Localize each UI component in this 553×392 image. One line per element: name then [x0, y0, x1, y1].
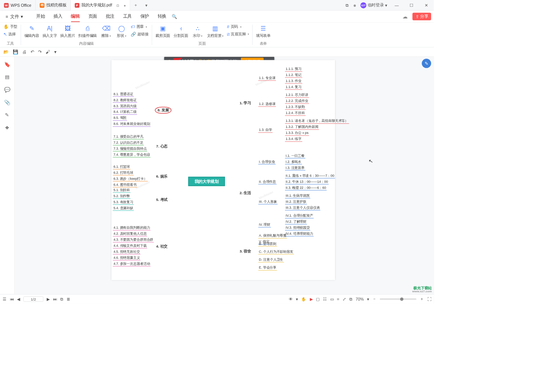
status-menu-icon[interactable]: ☰ [3, 296, 6, 301]
mindmap-node: IV.2. 了解理财 [285, 219, 307, 224]
next-page-button[interactable]: ▶ [47, 296, 50, 301]
fullscreen-icon[interactable]: ⛶ [427, 296, 431, 301]
insert-image-button[interactable]: 🖼插入图片 [59, 23, 76, 38]
mindmap-node: III. 个人形象 [258, 199, 277, 204]
ribbon-tab-protect[interactable]: 保护 [140, 11, 149, 22]
chevron-down-icon[interactable]: ▾ [367, 296, 369, 301]
view-fit-icon[interactable]: ⧉ [349, 296, 352, 301]
prev-page-button[interactable]: ◀ [17, 296, 20, 301]
hand-icon[interactable]: ✋ [301, 296, 306, 301]
zoom-slider[interactable] [380, 298, 417, 300]
ribbon-tab-convert[interactable]: 转换 [158, 11, 166, 22]
zoom-out-button[interactable]: － [372, 296, 376, 302]
cube-icon[interactable]: ⎈ [353, 3, 356, 8]
undo-icon[interactable]: ↶ [30, 49, 34, 54]
hyperlink-button[interactable]: 🔗超链接 [129, 31, 150, 38]
edit-content-button[interactable]: ✎编辑内容 [23, 23, 40, 38]
crop-page-button[interactable]: ▣裁剪页面 [154, 23, 172, 38]
signature-icon[interactable]: ✎ [5, 112, 9, 118]
tab-dropdown-button[interactable]: ▾ [141, 0, 151, 10]
view-grid-icon[interactable]: ⌗ [337, 296, 339, 301]
search-icon[interactable]: 🔍 [172, 14, 177, 19]
link-icon: 🔗 [131, 30, 136, 38]
mindmap-node: III.3. 注意个人仪容仪表 [285, 205, 320, 210]
mindmap-node: 2. 生活 [238, 190, 252, 196]
view-book-icon[interactable]: ▭ [330, 296, 334, 301]
pageno-icon: # [227, 23, 229, 30]
view-rotate-icon[interactable]: ⤢ [343, 296, 346, 301]
pdf-file-icon: P [75, 3, 79, 8]
shape-button[interactable]: ◯形状▾ [114, 23, 129, 38]
stamp-button[interactable]: 🏷图章▾ [129, 23, 150, 30]
outline-icon[interactable]: ▤ [5, 74, 9, 80]
redo-icon[interactable]: ↷ [38, 49, 42, 54]
scan-edit-button[interactable]: ⎙扫描件编辑 [77, 23, 98, 38]
app-tab-wps[interactable]: W WPS Office [0, 0, 36, 10]
mindmap-node: 8.1. 普通话证 [113, 92, 134, 97]
ribbon-tab-tools[interactable]: 工具 [123, 11, 132, 22]
header-footer-button[interactable]: ⎚页眉页脚▾ [225, 31, 250, 38]
open-icon[interactable]: 📂 [3, 49, 9, 54]
mindmap-node: 1.2. 选修课 [258, 102, 276, 106]
view-single-icon[interactable]: ▢ [316, 296, 320, 301]
mindmap-node: 6.4. 图书馆看书 [113, 182, 137, 187]
eye-icon[interactable]: 👁 [289, 296, 293, 301]
window-close-button[interactable]: ✕ [421, 3, 431, 8]
bookmark-icon[interactable]: 🔖 [4, 61, 11, 67]
continuous-icon[interactable]: ≣ [67, 296, 70, 301]
tab-modified-dot-icon: ● [123, 3, 126, 7]
view-multi-icon[interactable]: ☷ [323, 296, 327, 301]
window-maximize-button[interactable]: ☐ [407, 3, 417, 8]
mindmap-node: E. 学会分享 [258, 266, 277, 270]
fill-form-button[interactable]: ☰填写表单 [254, 23, 272, 38]
zoom-value[interactable]: 70% [356, 296, 364, 301]
print-icon[interactable]: 🖨 [22, 49, 27, 54]
last-page-button[interactable]: ⏭ [53, 296, 57, 301]
new-tab-button[interactable]: ＋ [130, 0, 141, 10]
background-button[interactable]: ▥文档背景▾ [206, 23, 225, 38]
mindmap-node: 1.1.1. 预习 [285, 67, 302, 71]
erase-button[interactable]: ⌫擦除▾ [99, 23, 113, 38]
chevron-down-icon[interactable]: ▾ [296, 296, 298, 301]
mindmap-node: 4.5. 拒绝无效社交 [113, 249, 141, 254]
mindmap-node: 5.1. 别挂科 [113, 188, 131, 193]
quick-more-icon[interactable]: ▾ [54, 49, 56, 54]
zoom-in-button[interactable]: ＋ [420, 296, 424, 302]
share-button[interactable]: ⇪ 分享 [413, 13, 431, 20]
mindmap-node: 4.3. 不要因为要合群而合群 [113, 237, 154, 242]
split-page-button[interactable]: ⫞分割页面 [172, 23, 189, 38]
cloud-sync-icon[interactable]: ☁ [402, 13, 408, 20]
ribbon-tab-page[interactable]: 页面 [88, 11, 97, 22]
window-layout-icon[interactable]: ⧉ [346, 3, 349, 8]
file-menu-button[interactable]: ≡ 文件 ▾ [3, 12, 26, 21]
page-number-input[interactable]: 1/2 [23, 296, 43, 302]
floating-edit-button[interactable]: ✎ [422, 59, 431, 68]
first-page-button[interactable]: ⏮ [10, 296, 14, 301]
ribbon-tab-annot[interactable]: 批注 [106, 11, 114, 22]
attachment-icon[interactable]: 📎 [4, 99, 11, 105]
ribbon-tab-insert[interactable]: 插入 [53, 11, 62, 22]
app-tab-document[interactable]: P 我的大学规划.pdf ◘ ● [71, 0, 130, 10]
watermark-button[interactable]: ⛬水印▾ [190, 23, 205, 38]
fit-page-icon[interactable]: ⧉ [60, 296, 63, 301]
comment-icon[interactable]: 💬 [4, 87, 11, 93]
insert-text-button[interactable]: A|插入文字 [41, 23, 58, 38]
app-tab-daoke[interactable]: 稻 找稻壳模板 [36, 0, 71, 10]
ribbon-tab-start[interactable]: 开始 [36, 11, 45, 22]
layers-icon[interactable]: ❖ [5, 125, 9, 131]
play-icon[interactable]: ▶ [310, 296, 313, 301]
headerfooter-icon: ⎚ [227, 30, 230, 38]
select-tool-button[interactable]: ↖选择 [2, 31, 18, 38]
login-button[interactable]: WP 临时登录 ▾ [360, 2, 387, 8]
document-canvas[interactable]: ✎ ✪ 正在试用会员专享裁剪页面功能 立即开通 ✕ 我的大学规划MindMast… [15, 57, 434, 294]
zoom-slider-knob[interactable] [400, 297, 403, 301]
window-minimize-button[interactable]: — [392, 3, 402, 8]
save-icon[interactable]: 💾 [13, 49, 18, 54]
wps-logo-icon: W [4, 3, 9, 8]
mindmap-node: 6.3. 跑步（keep打卡） [113, 176, 148, 181]
ribbon-tab-edit[interactable]: 编辑 [71, 11, 79, 22]
ribbon-group-tools: ✋手型 ↖选择 工具 [0, 23, 21, 47]
page-number-button[interactable]: #页码▾ [225, 23, 250, 30]
format-brush-icon[interactable]: 🖌 [46, 49, 50, 54]
hand-tool-button[interactable]: ✋手型 [2, 23, 18, 30]
